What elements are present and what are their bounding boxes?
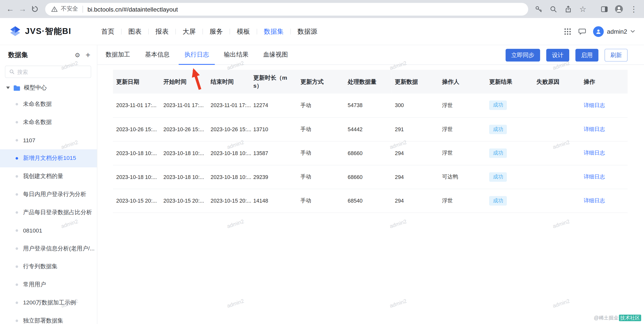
browser-back-button[interactable]: ←: [4, 3, 16, 15]
dataset-sidebar: 数据集 ⚙ + 模型中心 未命名数据: [0, 45, 97, 324]
nav-item[interactable]: 图表: [121, 18, 148, 45]
cell-result: 成功: [486, 189, 533, 213]
refresh-button[interactable]: 刷新: [604, 49, 627, 62]
sync-now-button[interactable]: 立即同步: [506, 49, 540, 62]
tree-item[interactable]: 行专列数据集: [0, 258, 97, 276]
detail-log-link[interactable]: 详细日志: [584, 197, 605, 203]
tree-item[interactable]: 产品每日登录数据占比分析: [0, 203, 97, 221]
tree-item[interactable]: 未命名数据: [0, 95, 97, 113]
column-header: 操作: [580, 70, 628, 94]
tree-item[interactable]: 常用用户: [0, 276, 97, 294]
cell-operator: 浮世: [439, 189, 486, 213]
address-bar[interactable]: 不安全 bi.bctools.cn/#/dataintellectlayout: [45, 3, 528, 16]
table-row: 2023-10-18 10:... 2023-10-18 10:... 2023…: [113, 141, 628, 165]
credit-suffix: 技术社区: [619, 315, 641, 321]
table-body: 2023-11-01 17:... 2023-11-01 17:... 2023…: [113, 94, 628, 212]
tree-item[interactable]: 未命名数据: [0, 113, 97, 131]
address-url: bi.bctools.cn/#/dataintellectlayout: [88, 6, 178, 13]
bullet-dot-icon: [16, 284, 18, 286]
cell-operator: 浮世: [439, 141, 486, 165]
nav-item[interactable]: 模板: [230, 18, 257, 45]
side-panel-button[interactable]: [598, 3, 610, 15]
browser-toolbar-icons: ☆ ⋮: [532, 3, 640, 15]
column-header: 操作人: [439, 70, 486, 94]
tree-item[interactable]: 独立部署数据集: [0, 312, 97, 324]
nav-item[interactable]: 报表: [148, 18, 176, 45]
nav-item[interactable]: 首页: [94, 18, 121, 45]
browser-refresh-button[interactable]: [29, 3, 41, 15]
browser-forward-button[interactable]: →: [16, 3, 29, 15]
tab[interactable]: 基本信息: [139, 45, 175, 65]
add-dataset-button[interactable]: +: [86, 51, 90, 59]
tree-item[interactable]: 用户登录信息分析(老用户/...: [0, 240, 97, 258]
app-logo[interactable]: JVS·智能BI: [9, 25, 71, 37]
status-badge: 成功: [489, 172, 507, 182]
user-menu[interactable]: admin2: [593, 26, 635, 37]
tabs-row: 数据加工基本信息执行日志输出结果血缘视图 立即同步 设计 启用 刷新: [97, 45, 644, 65]
tab[interactable]: 执行日志: [179, 45, 215, 65]
browser-chrome: ← → 不安全 bi.bctools.cn/#/dataintellectlay…: [0, 0, 644, 18]
cell-action: 详细日志: [580, 141, 628, 165]
credit-prefix: @稀土掘金: [594, 315, 619, 321]
tree-item[interactable]: 1200万数据加工示例: [0, 294, 97, 312]
password-key-icon[interactable]: [532, 3, 545, 15]
tab[interactable]: 血缘视图: [257, 45, 294, 65]
nav-item[interactable]: 大屏: [176, 18, 203, 45]
nav-item[interactable]: 服务: [203, 18, 230, 45]
tree-item-label: 新增月文档分析1015: [23, 155, 76, 162]
tree-item[interactable]: 081001: [0, 221, 97, 240]
tab[interactable]: 输出结果: [218, 45, 254, 65]
message-button[interactable]: [578, 27, 586, 35]
gear-icon[interactable]: ⚙: [75, 52, 80, 58]
cell-operator: 浮世: [439, 117, 486, 141]
caret-down-icon: [6, 86, 10, 89]
tab[interactable]: 数据加工: [100, 45, 136, 65]
column-header: 更新方式: [297, 70, 345, 94]
cell-updated-count: 291: [392, 117, 439, 141]
cell-start-time: 2023-11-01 17:...: [160, 94, 207, 117]
column-header: 结束时间: [207, 70, 250, 94]
tree-item[interactable]: 新增月文档分析1015: [0, 149, 97, 167]
column-header: 更新结果: [486, 70, 533, 94]
cell-duration: 12274: [250, 94, 297, 117]
cell-result: 成功: [486, 141, 533, 165]
profile-avatar-icon: [615, 5, 624, 14]
browser-menu-button[interactable]: ⋮: [628, 3, 640, 15]
nav-item[interactable]: 数据源: [291, 18, 324, 45]
folder-icon: [13, 85, 20, 91]
tree-root-model-center[interactable]: 模型中心: [0, 80, 97, 95]
nav-item[interactable]: 数据集: [257, 18, 291, 45]
tree-item[interactable]: 1107: [0, 131, 97, 149]
cell-action: 详细日志: [580, 165, 628, 189]
cell-processed-count: 68660: [345, 141, 392, 165]
tree-item-label: 我创建文档的量: [23, 173, 63, 180]
top-nav: 首页图表报表大屏服务模板数据集数据源: [94, 18, 324, 45]
bullet-dot-icon: [16, 302, 18, 304]
cell-fail-reason: [533, 189, 581, 213]
detail-log-link[interactable]: 详细日志: [584, 126, 605, 132]
detail-log-link[interactable]: 详细日志: [584, 102, 605, 108]
sidebar-header: 数据集 ⚙ +: [0, 48, 97, 62]
tree-item-label: 未命名数据: [23, 119, 52, 126]
person-icon: [595, 28, 601, 35]
browser-profile-button[interactable]: [613, 3, 625, 15]
cell-result: 成功: [486, 165, 533, 189]
detail-log-link[interactable]: 详细日志: [584, 150, 605, 156]
share-button[interactable]: [562, 3, 574, 15]
enable-button[interactable]: 启用: [575, 49, 598, 62]
zoom-lens-button[interactable]: [547, 3, 559, 15]
bookmark-star-button[interactable]: ☆: [577, 3, 589, 15]
detail-log-link[interactable]: 详细日志: [584, 173, 605, 179]
bullet-dot-icon: [16, 175, 18, 178]
bullet-dot-icon: [16, 157, 18, 160]
cell-duration: 14148: [250, 189, 297, 213]
sidebar-search-input[interactable]: [17, 69, 87, 75]
design-button[interactable]: 设计: [546, 49, 569, 62]
body-row: 数据集 ⚙ + 模型中心 未命名数据: [0, 45, 644, 324]
cell-end-time: 2023-10-15 20:...: [207, 189, 250, 213]
tree-item[interactable]: 我创建文档的量: [0, 167, 97, 186]
column-header: 更新时长（ms）: [250, 70, 297, 94]
apps-grid-button[interactable]: [564, 28, 571, 35]
bullet-dot-icon: [16, 247, 18, 250]
tree-item[interactable]: 每日内用户登录行为分析: [0, 186, 97, 204]
